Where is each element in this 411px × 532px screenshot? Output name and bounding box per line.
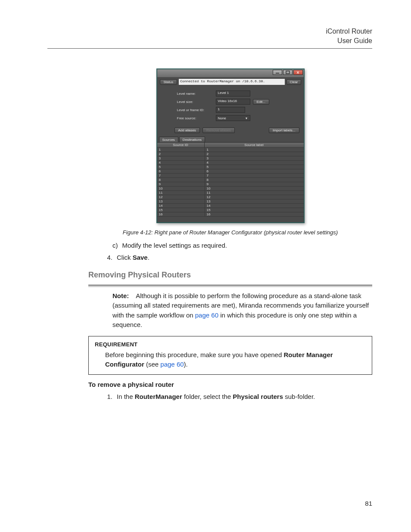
sub-heading: To remove a physical router: [88, 380, 372, 389]
step-1: 1. In the RouterManager folder, select t…: [104, 392, 372, 401]
cell-source-id: 10: [157, 187, 205, 190]
tab-destinations[interactable]: Destinations: [179, 137, 205, 142]
minimize-icon: [275, 71, 280, 74]
cell-source-id: 6: [157, 169, 205, 173]
table-row[interactable]: 1212: [157, 195, 304, 199]
level-id-label: Level or frame ID:: [177, 108, 213, 112]
body-text: c) Modify the level settings as required…: [88, 241, 372, 401]
cell-source-label: 5: [205, 165, 304, 169]
s1-c: folder, select the: [182, 393, 233, 400]
table-row[interactable]: 99: [157, 182, 304, 186]
req-t3: ).: [184, 361, 188, 368]
requirement-body: Before beginning this procedure, make su…: [105, 350, 366, 369]
step-c-letter: c): [112, 241, 118, 250]
cell-source-id: 16: [157, 212, 205, 216]
cell-source-label: 2: [205, 152, 304, 156]
col-source-id: Source ID: [157, 143, 205, 147]
status-text: Connected to RouterManager on /10.6.6.30…: [179, 79, 285, 85]
page: iControl Router User Guide X: [0, 0, 411, 532]
cell-source-id: 15: [157, 208, 205, 212]
window-titlebar: X: [157, 69, 304, 77]
table-row[interactable]: 22: [157, 152, 304, 156]
header-line-1: iControl Router: [326, 27, 372, 36]
maximize-icon: [286, 71, 290, 74]
step-4: 4. Click Save.: [104, 253, 372, 262]
close-icon: X: [297, 71, 299, 75]
sources-grid: Source ID Source label 11223344556677889…: [157, 142, 304, 222]
cell-source-label: 8: [205, 178, 304, 182]
step-1-number: 1.: [104, 392, 112, 401]
maximize-button[interactable]: [283, 70, 293, 75]
clear-button[interactable]: Clear: [286, 79, 301, 85]
step-c-text: Modify the level settings as required.: [122, 241, 227, 250]
table-row[interactable]: 33: [157, 156, 304, 160]
step-1-text: In the RouterManager folder, select the …: [117, 392, 315, 401]
table-row[interactable]: 1313: [157, 199, 304, 203]
note-box: Note: Although it is possible to perform…: [112, 291, 372, 330]
table-row[interactable]: 1616: [157, 212, 304, 216]
level-name-input[interactable]: Level 1: [216, 90, 250, 96]
req-t1: Before beginning this procedure, make su…: [105, 351, 283, 358]
figure-caption: Figure 4-12: Right pane of Router Manage…: [88, 229, 372, 236]
cell-source-label: 12: [205, 195, 304, 199]
table-row[interactable]: 55: [157, 165, 304, 169]
cell-source-label: 7: [205, 174, 304, 177]
table-row[interactable]: 66: [157, 169, 304, 173]
cell-source-id: 5: [157, 165, 205, 169]
close-button[interactable]: X: [293, 70, 303, 75]
free-source-value: None: [218, 116, 226, 120]
table-row[interactable]: 11: [157, 147, 304, 152]
minimize-button[interactable]: [273, 70, 282, 75]
import-labels-button[interactable]: Import labels...: [269, 128, 299, 133]
cell-source-label: 9: [205, 182, 304, 186]
cell-source-id: 12: [157, 195, 205, 199]
table-row[interactable]: 77: [157, 173, 304, 177]
s1-b1: RouterManager: [135, 393, 182, 400]
level-id-input[interactable]: 1: [216, 107, 245, 113]
s1-d: sub-folder.: [283, 393, 315, 400]
level-size-label: Level size:: [177, 100, 213, 104]
table-row[interactable]: 1111: [157, 190, 304, 195]
remove-aliases-button: Remove aliases: [202, 128, 235, 133]
cell-source-label: 4: [205, 161, 304, 165]
table-row[interactable]: 1010: [157, 186, 304, 190]
cell-source-id: 3: [157, 156, 205, 160]
cell-source-label: 13: [205, 199, 304, 203]
cell-source-label: 14: [205, 204, 304, 208]
tab-row: Sources Destinations: [157, 136, 304, 142]
cell-source-id: 11: [157, 191, 205, 195]
row-level-size: Level size: Video 16x16 Edit...: [177, 99, 299, 105]
edit-button[interactable]: Edit...: [253, 99, 269, 105]
cell-source-label: 16: [205, 212, 304, 216]
grid-body: 1122334455667788991010111112121313141415…: [157, 147, 304, 216]
add-aliases-button[interactable]: Add aliases: [174, 128, 200, 133]
note-link[interactable]: page 60: [195, 311, 218, 319]
page-number: 81: [365, 500, 372, 507]
table-row[interactable]: 1414: [157, 203, 304, 208]
s1-b2: Physical routers: [233, 393, 283, 400]
table-row[interactable]: 44: [157, 160, 304, 165]
tab-sources[interactable]: Sources: [159, 137, 178, 142]
col-source-label: Source label: [205, 143, 304, 147]
chevron-down-icon: ▼: [245, 117, 248, 120]
header-line-2: User Guide: [326, 36, 372, 46]
screenshot-figure: X Status Connected to RouterManager on /…: [156, 68, 305, 223]
req-link[interactable]: page 60: [160, 361, 184, 368]
content-column: X Status Connected to RouterManager on /…: [88, 67, 372, 404]
form-area: Level name: Level 1 Level size: Video 16…: [157, 87, 304, 126]
note-label: Note:: [112, 292, 129, 299]
free-source-select[interactable]: None ▼: [216, 115, 250, 121]
cell-source-label: 10: [205, 187, 304, 190]
table-row[interactable]: 88: [157, 177, 304, 182]
svg-rect-0: [276, 73, 279, 74]
cell-source-label: 1: [205, 148, 304, 152]
step-4-number: 4.: [104, 253, 112, 262]
window-buttons: X: [273, 70, 303, 75]
table-row[interactable]: 1515: [157, 208, 304, 212]
cell-source-id: 14: [157, 204, 205, 208]
grid-footer: [157, 216, 304, 222]
step-4-b: Save: [133, 254, 148, 261]
req-t2: (see: [144, 361, 161, 368]
status-row: Status Connected to RouterManager on /10…: [157, 77, 304, 87]
cell-source-id: 2: [157, 152, 205, 156]
